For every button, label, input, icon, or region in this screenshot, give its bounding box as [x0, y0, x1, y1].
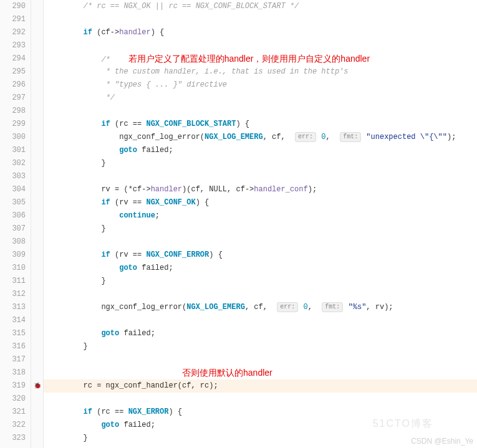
- breakpoint-slot[interactable]: [31, 26, 43, 39]
- breakpoint-slot[interactable]: [31, 393, 43, 406]
- breakpoint-slot[interactable]: [31, 340, 43, 353]
- line-number: 312: [0, 288, 26, 301]
- code-line[interactable]: [44, 13, 477, 26]
- line-number: 320: [0, 393, 26, 406]
- code-line[interactable]: */: [44, 92, 477, 105]
- code-line[interactable]: * the custom handler, i.e., that is used…: [44, 65, 477, 79]
- code-token: goto: [119, 146, 137, 155]
- code-token: , cf,: [263, 133, 294, 141]
- breakpoint-slot[interactable]: [31, 288, 43, 301]
- breakpoint-slot[interactable]: [31, 249, 43, 262]
- code-area[interactable]: /* rc == NGX_OK || rc == NGX_CONF_BLOCK_…: [44, 0, 477, 448]
- code-token: (rv ==: [110, 250, 147, 259]
- breakpoint-slot[interactable]: [31, 92, 43, 105]
- breakpoint-slot[interactable]: [31, 366, 43, 379]
- code-line[interactable]: * "types { ... }" directive: [44, 79, 477, 92]
- line-number: 304: [0, 183, 26, 196]
- code-token: * "types { ... }" directive: [106, 80, 227, 89]
- watermark-blog: 51CTO博客: [373, 417, 433, 431]
- breakpoint-slot[interactable]: [31, 105, 43, 118]
- code-line[interactable]: rc = ngx_conf_handler(cf, rc);: [44, 379, 477, 393]
- code-line[interactable]: }: [44, 157, 477, 170]
- code-line[interactable]: [44, 314, 477, 327]
- breakpoint-slot[interactable]: [31, 157, 43, 170]
- code-line[interactable]: goto failed;: [44, 262, 477, 275]
- breakpoint-gutter[interactable]: 🐞: [31, 0, 44, 448]
- code-token: [299, 303, 303, 312]
- code-line[interactable]: [44, 39, 477, 52]
- code-line[interactable]: if (rv == NGX_CONF_ERROR) {: [44, 249, 477, 262]
- code-line[interactable]: if (rc == NGX_ERROR) {: [44, 406, 477, 419]
- breakpoint-slot[interactable]: [31, 183, 43, 196]
- line-number: 301: [0, 144, 26, 157]
- line-number: 317: [0, 353, 26, 366]
- code-token: );: [447, 133, 456, 141]
- breakpoint-slot[interactable]: [31, 314, 43, 327]
- breakpoint-slot[interactable]: [31, 236, 43, 249]
- code-line[interactable]: ngx_conf_log_error(NGX_LOG_EMERG, cf, er…: [44, 131, 477, 144]
- breakpoint-slot[interactable]: [31, 52, 43, 65]
- code-line[interactable]: [44, 105, 477, 118]
- breakpoint-slot[interactable]: [31, 196, 43, 209]
- code-token: if: [84, 407, 92, 416]
- breakpoint-slot[interactable]: [31, 301, 43, 314]
- code-line[interactable]: [44, 170, 477, 183]
- code-line[interactable]: if (rv == NGX_CONF_OK) {: [44, 196, 477, 209]
- breakpoint-slot[interactable]: [31, 144, 43, 157]
- breakpoint-slot[interactable]: [31, 79, 43, 92]
- code-token: goto: [119, 264, 137, 272]
- code-token: NGX_CONF_OK: [146, 198, 195, 207]
- breakpoint-slot[interactable]: [31, 13, 43, 26]
- code-token: NGX_LOG_EMERG: [205, 133, 263, 141]
- param-hint-fmt: fmt:: [340, 132, 361, 142]
- line-number: 322: [0, 419, 26, 432]
- breakpoint-slot[interactable]: [31, 327, 43, 340]
- code-line[interactable]: if (rc == NGX_CONF_BLOCK_START) {: [44, 118, 477, 131]
- code-line[interactable]: }: [44, 222, 477, 236]
- breakpoint-slot[interactable]: [31, 275, 43, 288]
- code-line[interactable]: goto failed;: [44, 144, 477, 157]
- breakpoint-slot[interactable]: [31, 170, 43, 183]
- breakpoint-slot[interactable]: [31, 419, 43, 432]
- breakpoint-slot[interactable]: [31, 432, 43, 445]
- code-token: ;: [155, 211, 160, 220]
- breakpoint-slot[interactable]: [31, 262, 43, 275]
- breakpoint-slot[interactable]: [31, 39, 43, 52]
- breakpoint-slot[interactable]: [31, 131, 43, 144]
- code-line[interactable]: }: [44, 340, 477, 353]
- line-number: 299: [0, 118, 26, 131]
- code-line[interactable]: continue;: [44, 209, 477, 222]
- breakpoint-slot[interactable]: [31, 406, 43, 419]
- code-line[interactable]: [44, 236, 477, 249]
- code-line[interactable]: 否则使用默认的handler: [44, 366, 477, 379]
- code-token: , cf,: [245, 303, 276, 312]
- code-token: continue: [119, 211, 155, 220]
- line-number: 300: [0, 131, 26, 144]
- code-line[interactable]: ngx_conf_log_error(NGX_LOG_EMERG, cf, er…: [44, 301, 477, 314]
- code-line[interactable]: [44, 353, 477, 366]
- code-token: }: [101, 159, 105, 168]
- code-line[interactable]: [44, 393, 477, 406]
- code-line[interactable]: /* rc == NGX_OK || rc == NGX_CONF_BLOCK_…: [44, 0, 477, 13]
- code-line[interactable]: }: [44, 275, 477, 288]
- annotation-default-handler: 否则使用默认的handler: [182, 368, 272, 378]
- breakpoint-slot[interactable]: [31, 209, 43, 222]
- param-hint-fmt: fmt:: [322, 302, 343, 312]
- code-token: [344, 303, 348, 312]
- breakpoint-slot[interactable]: [31, 118, 43, 131]
- code-line[interactable]: goto failed;: [44, 327, 477, 340]
- code-line[interactable]: /* 若用户定义了配置处理的handler，则使用用户自定义的handler: [44, 52, 477, 65]
- breakpoint-slot[interactable]: [31, 65, 43, 79]
- code-token: if: [101, 250, 110, 259]
- breakpoint-slot[interactable]: [31, 222, 43, 236]
- code-token: (rc ==: [92, 407, 128, 416]
- line-number: 292: [0, 26, 26, 39]
- breakpoint-slot[interactable]: [31, 0, 43, 13]
- breakpoint-slot[interactable]: [31, 353, 43, 366]
- code-line[interactable]: rv = (*cf->handler)(cf, NULL, cf->handle…: [44, 183, 477, 196]
- code-line[interactable]: if (cf->handler) {: [44, 26, 477, 39]
- code-token: ,: [308, 303, 322, 312]
- breakpoint-icon[interactable]: 🐞: [34, 383, 41, 389]
- breakpoint-slot[interactable]: 🐞: [31, 379, 43, 393]
- code-line[interactable]: [44, 288, 477, 301]
